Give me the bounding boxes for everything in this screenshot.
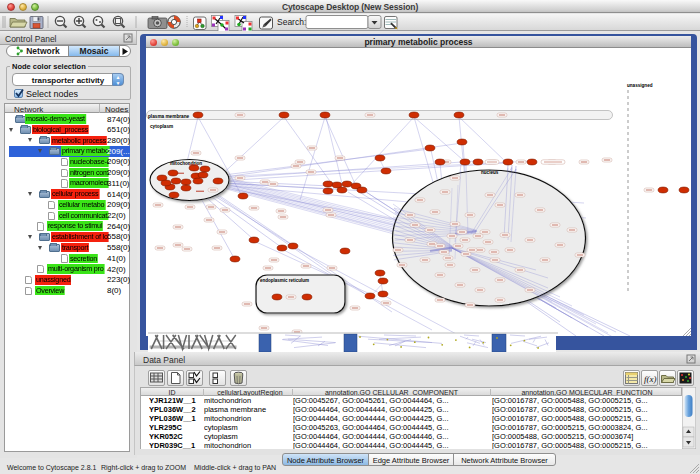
svg-text:endoplasmic reticulum: endoplasmic reticulum — [260, 278, 309, 283]
svg-text:Search:: Search: — [277, 17, 306, 27]
svg-text:nucleus: nucleus — [481, 170, 499, 175]
svg-text:cytoplasm: cytoplasm — [150, 124, 173, 129]
svg-text:unassigned: unassigned — [627, 83, 653, 88]
svg-text:plasma membrane: plasma membrane — [148, 114, 190, 119]
svg-text:f(x): f(x) — [644, 374, 657, 384]
